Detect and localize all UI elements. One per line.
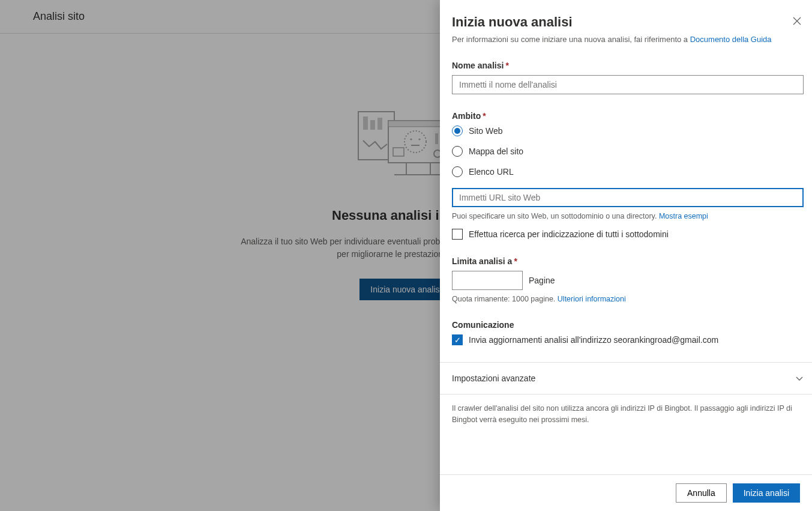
limit-pages-input[interactable] — [452, 271, 523, 290]
start-analysis-button[interactable]: Inizia nuova analisi — [359, 279, 452, 300]
panel-title: Inizia nuova analisi — [452, 14, 573, 30]
start-analysis-submit-button[interactable]: Inizia analisi — [733, 483, 800, 503]
page-title: Analisi sito — [33, 10, 85, 23]
svg-rect-11 — [435, 133, 438, 144]
svg-rect-2 — [370, 120, 375, 130]
panel-subtitle: Per informazioni su come iniziare una nu… — [452, 35, 804, 44]
advanced-settings-label: Impostazioni avanzate — [452, 373, 535, 383]
new-analysis-panel: Inizia nuova analisi Per informazioni su… — [440, 0, 812, 511]
subdomains-checkbox[interactable]: Effettua ricerca per indicizzazione di t… — [452, 229, 804, 240]
analysis-name-input[interactable] — [452, 75, 804, 94]
scope-option-label: Sito Web — [469, 126, 503, 136]
radio-icon — [452, 166, 463, 177]
cancel-button[interactable]: Annulla — [676, 483, 727, 503]
checkbox-label: Invia aggiornamenti analisi all'indirizz… — [469, 335, 718, 345]
scope-option-website[interactable]: Sito Web — [452, 125, 804, 136]
scope-option-urllist[interactable]: Elenco URL — [452, 166, 804, 177]
chevron-down-icon — [795, 374, 804, 382]
crawler-ip-note: Il crawler dell'analisi del sito non uti… — [452, 395, 804, 426]
url-hint-text: Puoi specificare un sito Web, un sottodo… — [452, 212, 659, 220]
communication-label: Comunicazione — [452, 320, 804, 330]
svg-rect-5 — [388, 121, 448, 127]
panel-footer: Annulla Inizia analisi — [440, 474, 812, 511]
scope-label: Ambito* — [452, 111, 804, 121]
svg-rect-1 — [363, 116, 368, 130]
quota-info-link[interactable]: Ulteriori informazioni — [558, 295, 626, 303]
quota-hint: Quota rimanente: 1000 pagine. Ulteriori … — [452, 295, 804, 303]
pages-unit-label: Pagine — [529, 276, 555, 285]
close-button[interactable] — [790, 14, 804, 29]
svg-rect-3 — [377, 118, 382, 130]
limit-label: Limita analisi a* — [452, 256, 804, 266]
checkbox-icon — [452, 229, 463, 240]
url-input[interactable] — [452, 188, 804, 207]
url-hint: Puoi specificare un sito Web, un sottodo… — [452, 212, 804, 220]
help-doc-link[interactable]: Documento della Guida — [690, 35, 772, 44]
scope-option-sitemap[interactable]: Mappa del sito — [452, 146, 804, 157]
show-examples-link[interactable]: Mostra esempi — [659, 212, 708, 220]
advanced-settings-toggle[interactable]: Impostazioni avanzate — [452, 363, 804, 394]
scope-option-label: Mappa del sito — [469, 147, 523, 156]
panel-subtitle-text: Per informazioni su come iniziare una nu… — [452, 35, 690, 44]
send-updates-checkbox[interactable]: ✓ Invia aggiornamenti analisi all'indiri… — [452, 334, 804, 345]
quota-text: Quota rimanente: 1000 pagine. — [452, 295, 558, 303]
name-label: Nome analisi* — [452, 61, 804, 70]
radio-icon — [452, 125, 463, 136]
close-icon — [793, 17, 801, 25]
checkbox-label: Effettua ricerca per indicizzazione di t… — [469, 229, 669, 239]
svg-point-8 — [418, 139, 420, 141]
scope-option-label: Elenco URL — [469, 167, 514, 177]
checkbox-icon: ✓ — [452, 334, 463, 345]
svg-point-7 — [410, 139, 412, 141]
radio-icon — [452, 146, 463, 157]
